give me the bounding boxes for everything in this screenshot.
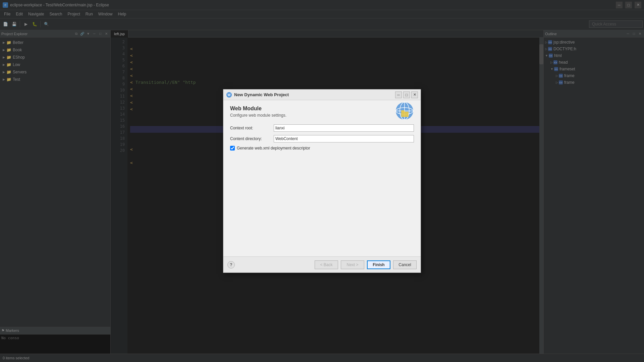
finish-button[interactable]: Finish [367, 260, 390, 269]
dialog-title-icon: W [226, 92, 232, 98]
next-button[interactable]: Next > [341, 260, 364, 269]
dialog-title-bar: W New Dynamic Web Project ─ □ ✕ [223, 89, 421, 100]
svg-rect-8 [401, 110, 405, 112]
dialog-new-web-project: W New Dynamic Web Project ─ □ ✕ [223, 89, 421, 273]
dialog-overlay: W New Dynamic Web Project ─ □ ✕ [0, 0, 644, 362]
context-root-label: Context root: [230, 126, 274, 130]
dialog-heading: Web Module [230, 106, 414, 112]
dialog-title-buttons: ─ □ ✕ [395, 92, 418, 98]
content-dir-label: Content directory: [230, 136, 274, 141]
help-button[interactable]: ? [227, 261, 235, 268]
dialog-close-button[interactable]: ✕ [411, 92, 418, 98]
context-root-row: Context root: [230, 124, 414, 132]
eclipse-window: e eclipse-workplace - Test/WebContent/ma… [0, 0, 644, 362]
dialog-spacer [230, 150, 414, 251]
cancel-button[interactable]: Cancel [393, 260, 417, 269]
checkbox-row: Generate web.xml deployment descriptor [230, 146, 414, 150]
back-button[interactable]: < Back [315, 260, 338, 269]
svg-rect-7 [401, 112, 409, 117]
generate-xml-checkbox[interactable] [230, 146, 235, 150]
svg-text:W: W [227, 93, 231, 97]
dialog-footer: ? < Back Next > Finish Cancel [223, 256, 421, 273]
web-module-icon [394, 100, 415, 122]
checkbox-label: Generate web.xml deployment descriptor [237, 146, 310, 150]
dialog-title-text: New Dynamic Web Project [234, 92, 395, 97]
context-root-input[interactable] [274, 124, 414, 132]
dialog-subheading: Configure web module settings. [230, 113, 414, 118]
content-dir-row: Content directory: [230, 135, 414, 142]
dialog-maximize-button[interactable]: □ [403, 92, 410, 98]
dialog-content: Web Module Configure web module settings… [223, 100, 421, 256]
dialog-minimize-button[interactable]: ─ [395, 92, 402, 98]
content-dir-input[interactable] [274, 135, 414, 142]
